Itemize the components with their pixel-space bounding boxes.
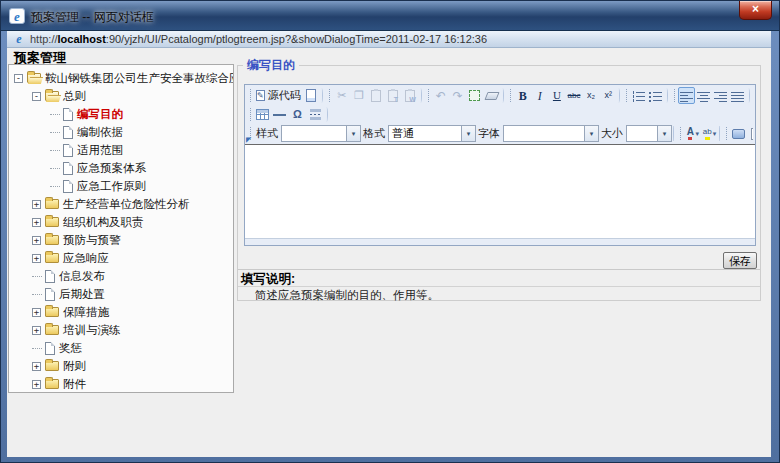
toolbar-group-handle[interactable] — [680, 127, 681, 140]
italic-button[interactable] — [531, 87, 548, 104]
tree-item[interactable]: +保障措施 — [9, 303, 233, 321]
collapse-expander-icon[interactable]: - — [14, 74, 23, 83]
chevron-down-icon[interactable]: ▾ — [584, 126, 598, 141]
tree-item-label[interactable]: 编制依据 — [77, 125, 123, 140]
expand-expander-icon[interactable]: + — [32, 308, 41, 317]
tree-item-label[interactable]: 应急工作原则 — [77, 179, 146, 194]
toolbar-group-end — [419, 88, 422, 103]
tree-item[interactable]: 适用范围 — [9, 141, 233, 159]
tree-item-label[interactable]: 信息发布 — [59, 269, 105, 284]
title-bar[interactable]: e 预案管理 -- 网页对话框 × — [1, 1, 780, 31]
highlight-color-button[interactable]: ▾ — [701, 125, 718, 142]
tree-item-label[interactable]: 奖惩 — [59, 341, 82, 356]
show-blocks-button[interactable] — [730, 125, 747, 142]
tree-item[interactable]: 编写目的 — [9, 105, 233, 123]
section-fieldset: 编写目的 ◤ 源代码样式▾格式普通▾字体▾大小▾▾▾ 保存 填写说明: 简述应急… — [237, 65, 761, 301]
toolbar-group-handle[interactable] — [674, 89, 675, 102]
page-break-button[interactable] — [307, 106, 324, 123]
toolbar-group-handle[interactable] — [428, 89, 429, 102]
toolbar-group-handle[interactable] — [250, 108, 251, 121]
text-color-button[interactable]: ▾ — [684, 125, 701, 142]
tree-connector — [50, 168, 60, 169]
style-combo[interactable]: ▾ — [281, 125, 361, 142]
expand-expander-icon[interactable]: + — [32, 254, 41, 263]
toolbar-group-handle[interactable] — [250, 89, 251, 102]
tree-item[interactable]: +附则 — [9, 357, 233, 375]
ordered-list-button[interactable] — [630, 87, 647, 104]
tree-item[interactable]: +附件 — [9, 375, 233, 393]
tree-item-label[interactable]: 保障措施 — [63, 305, 109, 320]
tree-item[interactable]: 后期处置 — [9, 285, 233, 303]
bold-button[interactable] — [514, 87, 531, 104]
align-left-icon — [680, 90, 693, 102]
collapse-expander-icon[interactable]: - — [32, 92, 41, 101]
expand-expander-icon[interactable]: + — [32, 362, 41, 371]
tree-item-label[interactable]: 生产经营单位危险性分析 — [63, 197, 190, 212]
tree-item-label[interactable]: 预防与预警 — [63, 233, 121, 248]
underline-button[interactable] — [548, 87, 565, 104]
unordered-list-button[interactable] — [647, 87, 664, 104]
chevron-down-icon[interactable]: ▾ — [461, 126, 475, 141]
tree-connector — [32, 276, 42, 277]
tree-item[interactable]: +预防与预警 — [9, 231, 233, 249]
tree-item-label[interactable]: 组织机构及职责 — [63, 215, 144, 230]
subscript-button[interactable] — [583, 87, 600, 104]
select-all-button[interactable] — [466, 87, 483, 104]
toolbar-group-handle[interactable] — [726, 127, 727, 140]
special-character-button[interactable] — [288, 106, 307, 123]
new-page-button[interactable] — [303, 87, 320, 104]
format-combo[interactable]: 普通▾ — [388, 125, 476, 142]
align-right-button[interactable] — [712, 87, 729, 104]
tree-item-label[interactable]: 适用范围 — [77, 143, 123, 158]
editor-content-area[interactable] — [245, 144, 755, 238]
remove-format-button[interactable] — [483, 87, 500, 104]
tree-item-label[interactable]: 附件 — [63, 377, 86, 392]
expand-expander-icon[interactable]: + — [32, 218, 41, 227]
tree-item-label[interactable]: 应急预案体系 — [77, 161, 146, 176]
chevron-down-icon[interactable]: ▾ — [346, 126, 360, 141]
tree-item-label[interactable]: 后期处置 — [59, 287, 105, 302]
tree-item-label[interactable]: 培训与演练 — [63, 323, 121, 338]
tree-item[interactable]: 应急工作原则 — [9, 177, 233, 195]
toolbar-group-handle[interactable] — [626, 89, 627, 102]
folder-open-icon — [27, 73, 41, 83]
expand-expander-icon[interactable]: + — [32, 200, 41, 209]
tree-item[interactable]: 应急预案体系 — [9, 159, 233, 177]
tree-item-label[interactable]: 编写目的 — [77, 107, 123, 122]
save-button[interactable]: 保存 — [723, 252, 757, 269]
strikethrough-button[interactable] — [565, 87, 582, 104]
tree-item-label[interactable]: 鞍山钢铁集团公司生产安全事故综合应急预案 — [45, 71, 233, 86]
tree-item[interactable]: +生产经营单位危险性分析 — [9, 195, 233, 213]
toolbar-group-handle[interactable] — [329, 89, 330, 102]
align-left-button[interactable] — [678, 87, 695, 104]
source-button[interactable]: 源代码 — [254, 87, 303, 104]
toolbar-collapse-button[interactable]: ◤ — [246, 136, 251, 143]
tree-item[interactable]: +组织机构及职责 — [9, 213, 233, 231]
tree-item[interactable]: -鞍山钢铁集团公司生产安全事故综合应急预案 — [9, 69, 233, 87]
preview-button[interactable] — [747, 125, 753, 142]
tree-item[interactable]: 奖惩 — [9, 339, 233, 357]
tree-item[interactable]: -总则 — [9, 87, 233, 105]
tree-item[interactable]: 编制依据 — [9, 123, 233, 141]
horizontal-rule-button[interactable] — [271, 106, 288, 123]
superscript-button[interactable] — [600, 87, 617, 104]
tree-item-label[interactable]: 附则 — [63, 359, 86, 374]
tree-item[interactable]: +应急响应 — [9, 249, 233, 267]
insert-table-icon — [256, 109, 269, 120]
tree-item[interactable]: 信息发布 — [9, 267, 233, 285]
font-combo[interactable]: ▾ — [503, 125, 599, 142]
tree-item[interactable]: +培训与演练 — [9, 321, 233, 339]
align-center-button[interactable] — [695, 87, 712, 104]
expand-expander-icon[interactable]: + — [32, 236, 41, 245]
align-justify-button[interactable] — [729, 87, 746, 104]
expand-expander-icon[interactable]: + — [32, 326, 41, 335]
expand-expander-icon[interactable]: + — [32, 380, 41, 389]
size-combo[interactable]: ▾ — [626, 125, 672, 142]
tree-item-label[interactable]: 应急响应 — [63, 251, 109, 266]
format-combo-label: 格式 — [363, 126, 385, 141]
toolbar-group-handle[interactable] — [510, 89, 511, 102]
insert-table-button[interactable] — [254, 106, 271, 123]
tree-item-label[interactable]: 总则 — [63, 89, 86, 104]
close-button[interactable]: × — [739, 1, 772, 20]
chevron-down-icon[interactable]: ▾ — [657, 126, 671, 141]
